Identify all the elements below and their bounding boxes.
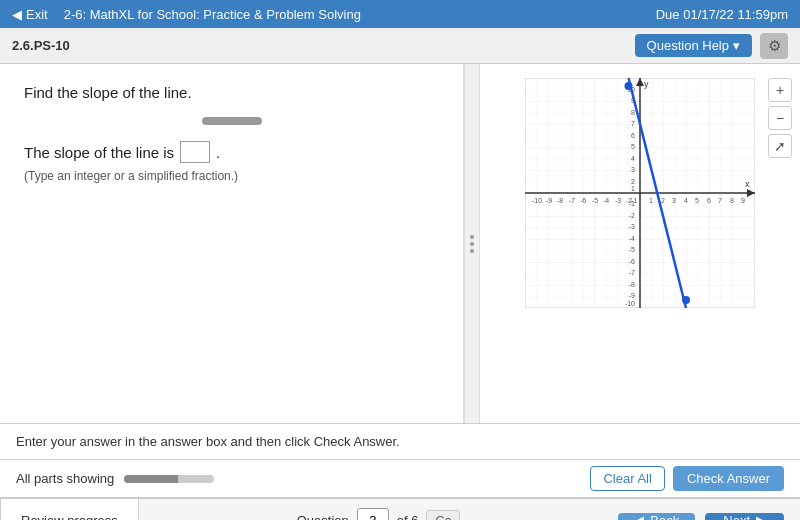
parts-progress-fill (124, 475, 178, 483)
svg-text:-2: -2 (629, 212, 635, 219)
review-progress-label: Review progress (21, 513, 118, 520)
svg-text:3: 3 (672, 197, 676, 204)
svg-text:5: 5 (631, 143, 635, 150)
answer-input[interactable] (180, 141, 210, 163)
main-content: Find the slope of the line. The slope of… (0, 64, 800, 424)
svg-text:6: 6 (631, 132, 635, 139)
hint-text: (Type an integer or a simplified fractio… (24, 169, 439, 183)
svg-text:-4: -4 (629, 235, 635, 242)
svg-text:8: 8 (730, 197, 734, 204)
expand-icon: ➚ (774, 138, 786, 154)
svg-text:-10: -10 (532, 197, 542, 204)
question-help-button[interactable]: Question Help ▾ (635, 34, 752, 57)
svg-point-48 (625, 82, 633, 90)
question-text: Find the slope of the line. (24, 84, 439, 101)
question-id: 2.6.PS-10 (12, 38, 70, 53)
svg-text:7: 7 (718, 197, 722, 204)
svg-text:-7: -7 (569, 197, 575, 204)
exit-button[interactable]: ◀ Exit (12, 7, 48, 22)
go-button[interactable]: Go (426, 510, 460, 521)
svg-text:3: 3 (631, 166, 635, 173)
review-progress-button[interactable]: Review progress (0, 499, 139, 520)
graph-svg: x y -10 -9 -8 -7 -6 -5 -4 -3 -2 -1 1 2 3… (525, 78, 755, 308)
zoom-out-icon: − (776, 110, 784, 126)
clear-all-label: Clear All (603, 471, 651, 486)
svg-text:4: 4 (684, 197, 688, 204)
bottom-nav: Review progress Question of 6 Go ◀ Back … (0, 498, 800, 520)
svg-text:-8: -8 (629, 281, 635, 288)
nav-center: Question of 6 Go (139, 499, 619, 520)
back-arrow-icon: ◀ (634, 513, 644, 520)
zoom-in-button[interactable]: + (768, 78, 792, 102)
top-bar: ◀ Exit 2-6: MathXL for School: Practice … (0, 0, 800, 28)
back-button[interactable]: ◀ Back (618, 513, 695, 520)
gear-icon: ⚙ (768, 37, 781, 55)
answer-prefix: The slope of the line is (24, 144, 174, 161)
next-arrow-icon: ▶ (756, 513, 766, 520)
drag-handle[interactable] (202, 117, 262, 125)
next-label: Next (723, 513, 750, 520)
parts-progress-bar (124, 475, 214, 483)
svg-text:-10: -10 (625, 300, 635, 307)
question-label: Question (297, 513, 349, 520)
zoom-out-button[interactable]: − (768, 106, 792, 130)
svg-point-49 (682, 296, 690, 304)
svg-text:4: 4 (631, 155, 635, 162)
svg-text:8: 8 (631, 109, 635, 116)
svg-text:7: 7 (631, 120, 635, 127)
exit-label: Exit (26, 7, 48, 22)
answer-line: The slope of the line is . (24, 141, 439, 163)
svg-text:y: y (644, 79, 649, 89)
due-date: Due 01/17/22 11:59pm (656, 7, 788, 22)
instruction-text: Enter your answer in the answer box and … (16, 434, 400, 449)
panel-divider[interactable] (464, 64, 480, 423)
svg-text:1: 1 (649, 197, 653, 204)
svg-text:-4: -4 (603, 197, 609, 204)
back-label: Back (650, 513, 679, 520)
go-label: Go (435, 514, 451, 521)
question-help-label: Question Help (647, 38, 729, 53)
parts-label: All parts showing (16, 471, 114, 486)
svg-text:-7: -7 (629, 269, 635, 276)
svg-text:-9: -9 (629, 292, 635, 299)
instruction-bar: Enter your answer in the answer box and … (0, 424, 800, 460)
clear-all-button[interactable]: Clear All (590, 466, 664, 491)
expand-button[interactable]: ➚ (768, 134, 792, 158)
svg-text:1: 1 (631, 185, 635, 192)
svg-text:-6: -6 (580, 197, 586, 204)
svg-text:-5: -5 (629, 246, 635, 253)
nav-right: ◀ Back Next ▶ (618, 499, 800, 520)
settings-button[interactable]: ⚙ (760, 33, 788, 59)
svg-text:2: 2 (631, 178, 635, 185)
right-panel: + − ➚ (480, 64, 800, 423)
graph-container: x y -10 -9 -8 -7 -6 -5 -4 -3 -2 -1 1 2 3… (525, 78, 755, 308)
svg-text:-6: -6 (629, 258, 635, 265)
exit-arrow-icon: ◀ (12, 7, 22, 22)
parts-bar: All parts showing Clear All Check Answer (0, 460, 800, 498)
svg-text:-1: -1 (629, 200, 635, 207)
left-panel: Find the slope of the line. The slope of… (0, 64, 464, 423)
of-label: of 6 (397, 513, 419, 520)
question-number-input[interactable] (357, 508, 389, 521)
course-title: 2-6: MathXL for School: Practice & Probl… (64, 7, 361, 22)
svg-text:5: 5 (695, 197, 699, 204)
svg-text:2: 2 (661, 197, 665, 204)
svg-text:-9: -9 (546, 197, 552, 204)
divider-handle (470, 235, 474, 253)
help-dropdown-arrow: ▾ (733, 38, 740, 53)
svg-text:9: 9 (741, 197, 745, 204)
check-answer-label: Check Answer (687, 471, 770, 486)
svg-text:-5: -5 (592, 197, 598, 204)
graph-controls: + − ➚ (768, 78, 792, 158)
svg-text:-3: -3 (615, 197, 621, 204)
zoom-in-icon: + (776, 82, 784, 98)
svg-text:6: 6 (707, 197, 711, 204)
answer-suffix: . (216, 144, 220, 161)
next-button[interactable]: Next ▶ (705, 513, 784, 520)
svg-text:-3: -3 (629, 223, 635, 230)
question-header: 2.6.PS-10 Question Help ▾ ⚙ (0, 28, 800, 64)
svg-text:x: x (745, 179, 750, 189)
check-answer-button[interactable]: Check Answer (673, 466, 784, 491)
svg-text:-8: -8 (557, 197, 563, 204)
